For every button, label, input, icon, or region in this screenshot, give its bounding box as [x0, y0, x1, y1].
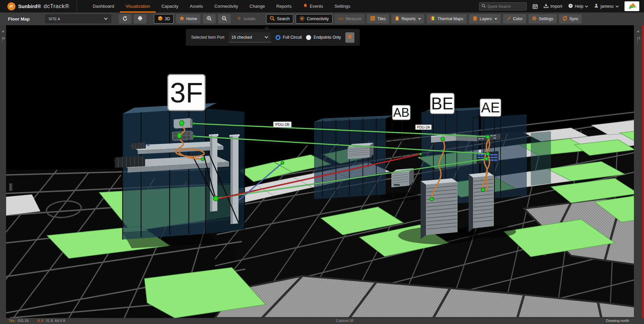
settings-button[interactable]: Settings: [528, 14, 557, 24]
zoom-in-button[interactable]: [203, 14, 216, 24]
port-selection-dropdown[interactable]: 16 checked: [229, 32, 271, 42]
cabinet-label-ab[interactable]: AB: [392, 105, 411, 120]
connectivity-button[interactable]: Connectivity: [296, 14, 332, 24]
bell-icon: [303, 3, 308, 9]
topnav-right-cluster: Import ? Help jamesc: [479, 0, 639, 12]
user-menu[interactable]: jamesc: [594, 3, 619, 9]
print-button[interactable]: [134, 14, 146, 24]
layers-icon: [472, 16, 478, 22]
measure-button[interactable]: Measure: [335, 14, 365, 24]
status-bar: Tile:: GG-16 X,Y: 31.8, 64.6 ft Cabinet:…: [0, 318, 644, 324]
nav-events[interactable]: Events: [297, 0, 329, 12]
right-panel-label: C...: [636, 37, 641, 43]
gear-icon: [532, 16, 537, 22]
isolate-button[interactable]: Isolate: [233, 14, 259, 24]
panel-resize-handle[interactable]: [9, 183, 13, 191]
floor-map-3d-canvas[interactable]: 3F AB BE AE PDU-2B PDU-2A: [0, 25, 644, 318]
caret-down-icon: [495, 18, 497, 20]
panel-notch: [264, 26, 270, 29]
cabinet-label-ae[interactable]: AE: [480, 99, 501, 117]
page-title: Floor Map: [8, 16, 30, 22]
drawing-north-label: Drawing north:: [606, 319, 630, 323]
nav-connectivity[interactable]: Connectivity: [209, 0, 244, 12]
close-panel-button[interactable]: [345, 32, 354, 43]
right-edge-red-bar: [642, 25, 644, 319]
pdu-2b-label[interactable]: PDU-2B: [273, 121, 292, 128]
color-button[interactable]: Color: [503, 14, 526, 24]
sun-icon: [299, 16, 305, 22]
divider: [77, 0, 77, 12]
zoom-out-icon: [222, 16, 227, 22]
refresh-icon: [122, 16, 128, 22]
home-button[interactable]: Home: [176, 14, 201, 24]
right-collapsed-panel[interactable]: « C...: [634, 25, 642, 318]
caret-down-icon: [418, 18, 421, 20]
selected-item-port-label: Selected Item Port: [191, 35, 224, 40]
isolate-icon: [237, 16, 242, 22]
search-button[interactable]: Search: [266, 14, 293, 24]
sync-icon: [562, 16, 567, 22]
brand: Sunbird® dcTrack®: [0, 0, 77, 12]
sunbird-logo-thumbnail: [625, 1, 639, 11]
expand-left-icon[interactable]: «: [634, 29, 642, 34]
left-panel-label: S...: [1, 37, 5, 43]
calendar-button[interactable]: [532, 4, 538, 9]
svg-text:?: ?: [569, 4, 571, 7]
cabinet-label-3f[interactable]: 3F: [167, 74, 206, 111]
cabinet-label-be[interactable]: BE: [430, 93, 455, 114]
chevron-down-icon: [615, 4, 619, 9]
nav-assets[interactable]: Assets: [184, 0, 209, 12]
dctrack-app: Sunbird® dcTrack® Dashboard Visualizatio…: [0, 0, 644, 324]
brush-icon: [506, 16, 511, 22]
ae-server-rack[interactable]: [469, 172, 494, 232]
printer-icon: [137, 16, 143, 22]
layers-button[interactable]: Layers: [469, 14, 501, 24]
tiles-button[interactable]: Tiles: [367, 14, 389, 24]
chevron-down-icon: [104, 17, 108, 21]
nav-dashboard[interactable]: Dashboard: [87, 0, 120, 12]
endpoints-only-radio[interactable]: Endpoints Only: [306, 35, 341, 40]
search-icon: [481, 3, 486, 9]
sync-button[interactable]: Sync: [559, 14, 582, 24]
left-collapsed-panel[interactable]: » S...: [0, 25, 6, 318]
quick-search-input[interactable]: [487, 4, 524, 8]
nav-change[interactable]: Change: [244, 0, 271, 12]
tile-readout: Tile:: GG-16: [8, 319, 29, 323]
pdu-2a-label[interactable]: PDU-2A: [415, 124, 432, 130]
zoom-out-button[interactable]: [218, 14, 231, 24]
be-server-rack[interactable]: [421, 178, 458, 239]
person-icon: [594, 3, 599, 9]
full-circuit-radio[interactable]: Full Circuit: [275, 35, 302, 40]
refresh-button[interactable]: [119, 14, 131, 24]
chevron-down-icon: [264, 35, 268, 40]
connectivity-options-panel: Selected Item Port 16 checked Full Circu…: [186, 29, 360, 46]
floor-map-toolbar: Floor Map SITE A 3D Home: [0, 12, 644, 25]
brand-product: dcTrack®: [44, 3, 69, 10]
nav-visualization[interactable]: Visualization: [120, 0, 156, 12]
nav-capacity[interactable]: Capacity: [156, 0, 184, 12]
chevron-down-icon: [585, 4, 588, 9]
zoom-in-icon: [207, 16, 212, 22]
nav-reports[interactable]: Reports: [270, 0, 297, 12]
nav-settings[interactable]: Settings: [329, 0, 356, 12]
file-icon: [395, 16, 399, 22]
expand-right-icon[interactable]: »: [0, 29, 6, 34]
heatmap-icon: [430, 16, 435, 22]
ruler-icon: [338, 16, 344, 22]
reports-button[interactable]: Reports: [391, 14, 424, 24]
grid-icon: [370, 16, 375, 22]
radio-unselected-icon[interactable]: [306, 35, 311, 40]
help-button[interactable]: ? Help: [568, 3, 589, 9]
import-button[interactable]: Import: [544, 3, 562, 9]
cube-icon: [158, 16, 163, 22]
site-selector[interactable]: SITE A: [45, 14, 111, 23]
question-icon: ?: [568, 3, 573, 9]
quick-search[interactable]: [479, 2, 527, 10]
radio-selected-icon[interactable]: [275, 35, 281, 40]
3d-toggle-button[interactable]: 3D: [154, 14, 174, 24]
sunbird-bird-icon: [7, 2, 15, 10]
home-icon: [179, 16, 184, 22]
thermal-maps-button[interactable]: Thermal Maps: [427, 14, 467, 24]
xy-readout: X,Y: 31.8, 64.6 ft: [37, 319, 65, 323]
floor-map-3d-scene[interactable]: [0, 25, 644, 318]
